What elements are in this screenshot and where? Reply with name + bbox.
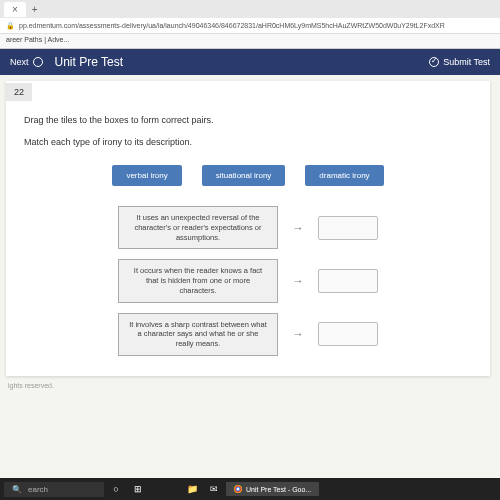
bookmark-item[interactable]: areer Paths | Adve... (6, 36, 69, 43)
match-row: It involves a sharp contrast between wha… (118, 313, 378, 356)
match-row: It uses an unexpected reversal of the ch… (118, 206, 378, 249)
match-row: It occurs when the reader knows a fact t… (118, 259, 378, 302)
instruction-text: Drag the tiles to the boxes to form corr… (24, 115, 472, 125)
drop-target[interactable] (318, 322, 378, 346)
browser-tab[interactable]: × (4, 2, 26, 17)
taskbar-search[interactable]: 🔍 earch (4, 482, 104, 497)
arrow-icon: → (292, 327, 304, 341)
check-icon (429, 57, 439, 67)
new-tab-button[interactable]: + (26, 4, 44, 15)
url-bar[interactable]: 🔒 pp.edmentum.com/assessments-delivery/u… (0, 18, 500, 34)
description-box: It occurs when the reader knows a fact t… (118, 259, 278, 302)
drop-target[interactable] (318, 269, 378, 293)
next-arrow-icon (33, 57, 43, 67)
tab-bar: × + (0, 0, 500, 18)
tile-dramatic-irony[interactable]: dramatic irony (305, 165, 383, 186)
page-title: Unit Pre Test (55, 55, 123, 69)
description-box: It involves a sharp contrast between wha… (118, 313, 278, 356)
mail-icon[interactable]: ✉ (204, 481, 224, 497)
task-view-icon[interactable]: ⊞ (128, 481, 148, 497)
arrow-icon: → (292, 221, 304, 235)
taskbar-window[interactable]: Unit Pre Test - Goo... (226, 482, 319, 496)
question-number: 22 (6, 83, 32, 101)
file-explorer-icon[interactable]: 📁 (182, 481, 202, 497)
close-icon[interactable]: × (12, 4, 18, 15)
bookmark-bar: areer Paths | Adve... (0, 34, 500, 48)
description-box: It uses an unexpected reversal of the ch… (118, 206, 278, 249)
lock-icon: 🔒 (6, 22, 15, 30)
submit-test-button[interactable]: Submit Test (429, 57, 490, 67)
taskbar: 🔍 earch ○ ⊞ 📁 ✉ Unit Pre Test - Goo... (0, 478, 500, 500)
url-text: pp.edmentum.com/assessments-delivery/ua/… (19, 22, 445, 29)
prompt-text: Match each type of irony to its descript… (24, 137, 472, 147)
tile-verbal-irony[interactable]: verbal irony (112, 165, 181, 186)
drop-target[interactable] (318, 216, 378, 240)
search-icon: 🔍 (12, 485, 22, 494)
question-panel: 22 Drag the tiles to the boxes to form c… (6, 81, 490, 376)
match-rows: It uses an unexpected reversal of the ch… (24, 206, 472, 356)
footer-text: ights reserved. (0, 378, 500, 393)
arrow-icon: → (292, 274, 304, 288)
tile-situational-irony[interactable]: situational irony (202, 165, 286, 186)
chrome-icon (234, 485, 242, 493)
draggable-tiles-row: verbal irony situational irony dramatic … (24, 165, 472, 186)
cortana-icon[interactable]: ○ (106, 481, 126, 497)
app-header: Next Unit Pre Test Submit Test (0, 49, 500, 75)
browser-chrome: × + 🔒 pp.edmentum.com/assessments-delive… (0, 0, 500, 49)
next-button[interactable]: Next (10, 57, 43, 67)
